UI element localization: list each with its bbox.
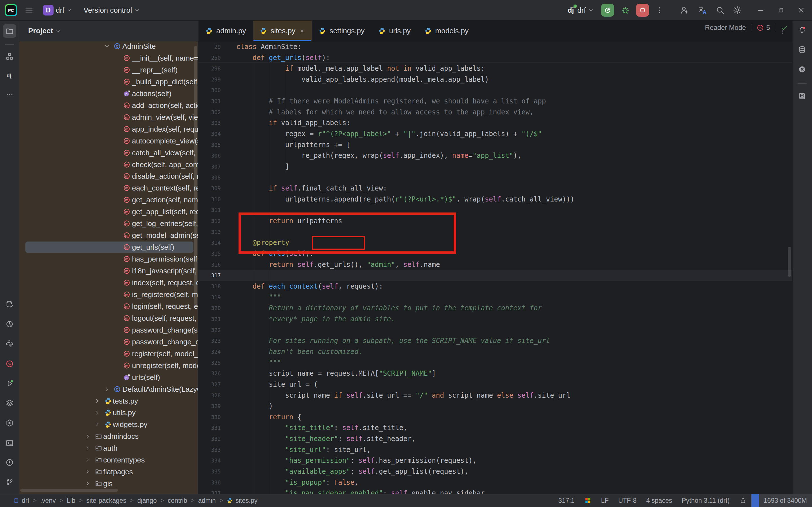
rerun-button[interactable]: [601, 4, 614, 17]
tree-item-i18n_javascript-self-re[interactable]: mi18n_javascript(self, re: [19, 265, 198, 277]
close-tab-icon[interactable]: [299, 28, 305, 34]
code-line-308[interactable]: 308: [199, 172, 792, 183]
sticky-line-250[interactable]: 250 def get_urls(self):: [199, 52, 792, 63]
sticky-line-29[interactable]: 29class AdminSite:: [199, 42, 792, 52]
code-line-336[interactable]: 336 "is_popup": False,: [199, 477, 792, 488]
inspections-ok-icon[interactable]: [780, 24, 788, 32]
code-line-333[interactable]: 333 "site_url": site_url,: [199, 444, 792, 455]
tree-item-check-self-app_configs[interactable]: mcheck(self, app_configs: [19, 159, 198, 170]
code-line-303[interactable]: 303 if valid_app_labels:: [199, 117, 792, 128]
tree-item-register-self-model_or_[interactable]: mregister(self, model_or_: [19, 348, 198, 359]
breadcrumb-drf[interactable]: drf: [13, 497, 29, 504]
editor-scrollbar[interactable]: [788, 247, 791, 277]
code-line-320[interactable]: 320 Return a dictionary of variables to …: [199, 303, 792, 314]
tree-item-admin_view-self-view-c[interactable]: madmin_view(self, view, c: [19, 111, 198, 123]
code-line-322[interactable]: 322: [199, 325, 792, 336]
tree-item-logout-self-request-ex[interactable]: mlogout(self, request, ex: [19, 312, 198, 324]
tool-strip-layers[interactable]: [3, 396, 16, 410]
pycharm-logo-icon[interactable]: PC: [5, 4, 17, 16]
breadcrumb-sites.py[interactable]: sites.py: [227, 497, 257, 504]
tree-item-unregister-self-model_[interactable]: munregister(self, model_: [19, 359, 198, 372]
tree-item-password_change-self-[interactable]: mpassword_change(self,: [19, 324, 198, 336]
status-lf[interactable]: LF: [596, 494, 613, 507]
tool-strip-profiler-red[interactable]: [3, 357, 16, 371]
tree-item-urls-self-[interactable]: purls(self): [19, 372, 198, 383]
code-line-298[interactable]: 298 if model._meta.app_label not in vali…: [199, 63, 792, 74]
settings-gear-icon[interactable]: [733, 5, 742, 15]
restore-button[interactable]: [772, 4, 790, 17]
tool-strip-book[interactable]: A: [795, 89, 809, 103]
tool-strip-hex-play[interactable]: [3, 416, 16, 430]
tree-item-get_log_entries-self-re[interactable]: mget_log_entries(self, re: [19, 218, 198, 229]
tree-item-each_context-self-requ[interactable]: meach_context(self, requ: [19, 182, 198, 194]
tree-item-defaultadminsite-lazyob[interactable]: CDefaultAdminSite(LazyOb: [19, 383, 198, 395]
tree-item-get_app_list-self-reque[interactable]: mget_app_list(self, reque: [19, 206, 198, 218]
tree-item-app_index-self-request[interactable]: mapp_index(self, request: [19, 123, 198, 135]
inspections-widget[interactable]: 5: [756, 24, 770, 32]
tab-sites.py[interactable]: sites.py: [253, 20, 312, 41]
status-1693-of-3400m[interactable]: 1693 of 3400M: [751, 494, 812, 507]
code-line-334[interactable]: 334 "has_permission": self.has_permissio…: [199, 455, 792, 466]
tool-strip-database[interactable]: [795, 43, 809, 56]
code-line-302[interactable]: 302 # labels for which we need to allow …: [199, 107, 792, 118]
tool-strip-terminal[interactable]: [3, 436, 16, 450]
tool-strip-pie[interactable]: [3, 317, 16, 331]
tree-item-login-self-request-extr[interactable]: mlogin(self, request, extr: [19, 300, 198, 312]
code-line-301[interactable]: 301 # If there were ModelAdmins register…: [199, 96, 792, 107]
status-lock-open[interactable]: [735, 494, 751, 507]
main-menu-icon[interactable]: [24, 5, 34, 15]
tool-strip-project-folder[interactable]: [3, 24, 16, 38]
tree-item-index-self-request-extr[interactable]: mindex(self, request, extr: [19, 277, 198, 289]
tool-strip-python-mono[interactable]: [3, 337, 16, 351]
chevron-down-icon[interactable]: [104, 43, 110, 49]
chevron-right-icon[interactable]: [94, 409, 100, 416]
code-line-330[interactable]: 330 return {: [199, 412, 792, 423]
tool-strip-django-plugin[interactable]: dj: [3, 69, 16, 82]
project-widget[interactable]: D drf: [43, 5, 72, 15]
chevron-right-icon[interactable]: [94, 421, 100, 428]
tool-strip-bell[interactable]: [795, 23, 809, 37]
status-4-spaces[interactable]: 4 spaces: [641, 494, 677, 507]
tree-item-get_action-self-name-[interactable]: mget_action(self, name): [19, 194, 198, 206]
minimize-button[interactable]: [752, 4, 769, 17]
code-line-331[interactable]: 331 "site_title": self.site_title,: [199, 422, 792, 434]
tree-item-get_model_admin-self-[interactable]: mget_model_admin(self,: [19, 229, 198, 241]
code-line-332[interactable]: 332 "site_header": self.site_header,: [199, 434, 792, 444]
chevron-right-icon[interactable]: [85, 457, 91, 463]
run-config-widget[interactable]: dj drf: [567, 6, 594, 15]
code-line-299[interactable]: 299 valid_app_labels.append(model._meta.…: [199, 74, 792, 85]
code-line-307[interactable]: 307 ]: [199, 161, 792, 172]
code-line-324[interactable]: 324 hasn't been customized.: [199, 346, 792, 357]
breadcrumb-.venv[interactable]: .venv: [40, 497, 56, 504]
code-line-310[interactable]: 310 urlpatterns.append(re_path(r"(?P<url…: [199, 194, 792, 205]
chevron-right-icon[interactable]: [85, 445, 91, 451]
chevron-right-icon[interactable]: [85, 469, 91, 475]
code-viewport[interactable]: 298 if model._meta.app_label not in vali…: [199, 63, 792, 494]
tool-strip-git-branch[interactable]: [3, 475, 16, 489]
chevron-right-icon[interactable]: [104, 386, 110, 392]
code-line-318[interactable]: 318 def each_context(self, request):: [199, 281, 792, 292]
tree-item-actions-self-[interactable]: pactions(self): [19, 88, 198, 100]
tree-item-auth[interactable]: auth: [19, 442, 198, 454]
tree-item-adminsite[interactable]: CAdminSite: [19, 42, 198, 52]
tool-strip-db-check[interactable]: [3, 298, 16, 311]
tree-item-contenttypes[interactable]: contenttypes: [19, 454, 198, 466]
tree-item-autocomplete_view-sel[interactable]: mautocomplete_view(sel: [19, 135, 198, 147]
breadcrumb-django[interactable]: django: [137, 497, 157, 504]
status-python-3-11-drf-[interactable]: Python 3.11 (drf): [677, 494, 735, 507]
translate-icon[interactable]: A: [698, 5, 708, 15]
tree-item-tests.py[interactable]: tests.py: [19, 395, 198, 407]
menu-version-control[interactable]: Version control: [84, 6, 140, 15]
code-line-319[interactable]: 319 """: [199, 292, 792, 303]
breadcrumb-admin[interactable]: admin: [198, 497, 216, 504]
tab-admin.py[interactable]: admin.py: [199, 20, 253, 41]
tool-strip-play-dot[interactable]: [3, 377, 16, 390]
breadcrumb-site-packages[interactable]: site-packages: [86, 497, 126, 504]
tool-strip-sciview-x[interactable]: [795, 63, 809, 76]
status-win-squares[interactable]: [579, 494, 596, 507]
code-line-316[interactable]: 316 return self.get_urls(), "admin", sel…: [199, 259, 792, 270]
more-actions-icon[interactable]: [655, 6, 664, 14]
code-line-328[interactable]: 328 script_name if self.site_url == "/" …: [199, 390, 792, 401]
tree-item-flatpages[interactable]: flatpages: [19, 466, 198, 478]
status-utf-8[interactable]: UTF-8: [613, 494, 641, 507]
